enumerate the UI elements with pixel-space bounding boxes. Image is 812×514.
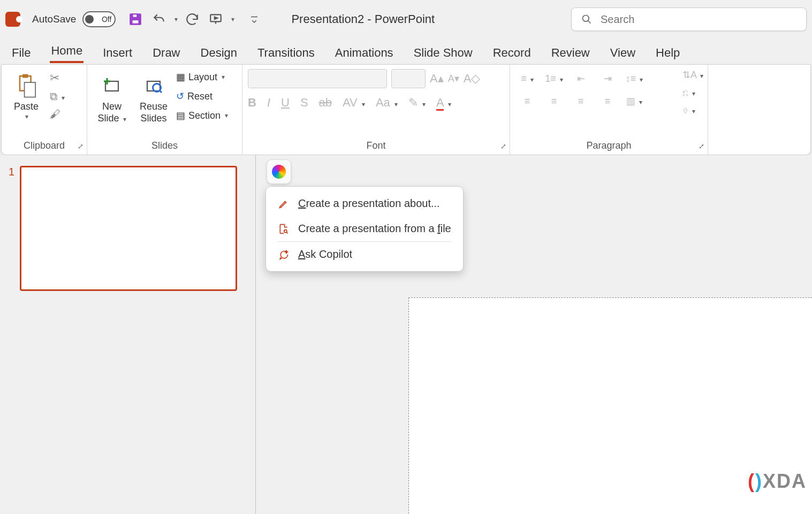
decrease-indent-icon[interactable]: ⇤: [577, 73, 585, 85]
undo-icon[interactable]: [150, 10, 168, 28]
paragraph-group-label: Paragraph: [510, 140, 708, 151]
customize-qat-icon[interactable]: [245, 10, 263, 28]
present-from-start-icon[interactable]: [207, 10, 225, 28]
font-size-combo[interactable]: [391, 69, 426, 88]
ribbon-tabs: File Home Insert Draw Design Transitions…: [0, 39, 812, 64]
justify-icon[interactable]: ≡: [605, 96, 611, 107]
group-font: A▴ A▾ A◇ B I U S ab AV ▾ Aa ▾ ✎ ▾ A ▾ Fo…: [242, 65, 510, 155]
reuse-label-2: Slides: [140, 113, 166, 124]
text-direction-icon[interactable]: ⇅A ▾: [682, 69, 703, 81]
slide-thumb-1[interactable]: 1: [9, 166, 247, 291]
save-icon[interactable]: [126, 10, 145, 28]
align-center-icon[interactable]: ≡: [551, 96, 557, 107]
decrease-font-icon[interactable]: A▾: [448, 73, 459, 85]
menu-create-from-file[interactable]: Create a presentation from a file: [266, 216, 463, 241]
increase-indent-icon[interactable]: ⇥: [604, 73, 612, 85]
document-title: Presentation2 - PowerPoint: [291, 12, 435, 26]
line-spacing-icon[interactable]: ↕≡ ▾: [626, 73, 643, 85]
reset-button[interactable]: ↺ Reset: [176, 89, 228, 103]
ribbon: Paste ▾ ✂ ⧉ ▾ 🖌 Clipboard ⤢ NewSlide ▾: [1, 64, 811, 155]
present-dropdown-icon[interactable]: ▾: [231, 16, 234, 23]
tab-design[interactable]: Design: [200, 43, 238, 63]
new-slide-label-1: New: [102, 101, 122, 112]
highlight-icon[interactable]: ✎ ▾: [408, 96, 426, 110]
paste-dropdown-icon[interactable]: ▾: [25, 113, 28, 120]
reuse-label-1: Reuse: [140, 101, 168, 112]
clear-formatting-icon[interactable]: A◇: [464, 72, 481, 86]
tab-animations[interactable]: Animations: [334, 43, 394, 63]
cut-icon[interactable]: ✂: [50, 71, 65, 85]
shadow-icon[interactable]: S: [300, 96, 308, 110]
toggle-knob: [85, 15, 94, 24]
clipboard-group-label: Clipboard: [2, 140, 87, 151]
italic-icon[interactable]: I: [267, 96, 270, 110]
font-launcher-icon[interactable]: ⤢: [500, 142, 506, 150]
reuse-slides-button[interactable]: ReuseSlides: [134, 69, 173, 124]
paragraph-launcher-icon[interactable]: ⤢: [699, 142, 704, 150]
autosave-state: Off: [102, 15, 111, 24]
tab-transitions[interactable]: Transitions: [256, 43, 316, 63]
undo-dropdown-icon[interactable]: ▾: [174, 16, 178, 23]
tab-view[interactable]: View: [609, 43, 636, 63]
autosave-toggle[interactable]: Off: [82, 11, 116, 27]
tab-review[interactable]: Review: [550, 43, 591, 63]
menu-create-about-label: Create a presentation about...: [298, 197, 440, 210]
slide-editor-pane[interactable]: Create a presentation about... Create a …: [256, 155, 812, 514]
new-slide-button[interactable]: NewSlide ▾: [93, 69, 131, 124]
file-search-icon: [278, 224, 290, 234]
columns-icon[interactable]: ▥ ▾: [626, 95, 642, 107]
search-input[interactable]: [601, 13, 796, 26]
search-box[interactable]: [571, 7, 807, 31]
tab-record[interactable]: Record: [492, 43, 532, 63]
copy-icon[interactable]: ⧉ ▾: [50, 90, 65, 103]
copilot-button[interactable]: [267, 159, 291, 184]
svg-rect-7: [22, 74, 28, 78]
smartart-icon[interactable]: ⎀ ▾: [682, 105, 703, 116]
group-drawing: [708, 65, 810, 155]
tab-draw[interactable]: Draw: [151, 43, 181, 63]
format-painter-icon[interactable]: 🖌: [50, 108, 65, 120]
new-slide-icon: [102, 71, 122, 101]
bullets-icon[interactable]: ≡ ▾: [521, 73, 534, 85]
redo-icon[interactable]: [183, 10, 201, 28]
svg-rect-2: [132, 20, 139, 24]
reuse-slides-icon: [144, 71, 163, 101]
thumbnail-pane[interactable]: 1: [0, 155, 256, 514]
tab-slideshow[interactable]: Slide Show: [413, 43, 474, 63]
layout-button[interactable]: ▦ Layout ▾: [176, 70, 228, 84]
numbering-icon[interactable]: 1≡ ▾: [545, 73, 563, 85]
clipboard-icon: [15, 71, 37, 101]
align-left-icon[interactable]: ≡: [525, 96, 530, 107]
title-bar: AutoSave Off ▾ ▾ Presentation2 - PowerPo…: [0, 0, 812, 39]
tab-home[interactable]: Home: [50, 41, 84, 63]
change-case-icon[interactable]: Aa ▾: [376, 96, 398, 110]
font-group-label: Font: [242, 140, 510, 151]
tab-file[interactable]: File: [11, 43, 32, 63]
section-button[interactable]: ▤ Section ▾: [176, 109, 228, 122]
font-name-combo[interactable]: [248, 69, 387, 88]
underline-icon[interactable]: U: [281, 96, 290, 110]
group-paragraph: ≡ ▾ 1≡ ▾ ⇤ ⇥ ↕≡ ▾ ≡ ≡ ≡ ≡ ▥ ▾ ⇅A ▾ ⎌ ▾ ⎀…: [510, 65, 708, 155]
svg-point-5: [583, 15, 589, 21]
bold-icon[interactable]: B: [248, 96, 256, 110]
align-right-icon[interactable]: ≡: [578, 96, 584, 107]
powerpoint-app-icon[interactable]: [5, 12, 20, 27]
menu-ask-copilot[interactable]: Ask Copilot: [266, 242, 463, 267]
char-spacing-icon[interactable]: AV ▾: [343, 96, 365, 110]
menu-ask-copilot-label: Ask Copilot: [298, 248, 352, 260]
tab-insert[interactable]: Insert: [102, 43, 133, 63]
layout-label: Layout: [188, 72, 217, 83]
xda-watermark: ()XDA: [748, 470, 807, 493]
clipboard-launcher-icon[interactable]: ⤢: [78, 142, 84, 150]
font-color-icon[interactable]: A ▾: [436, 96, 451, 110]
paste-button[interactable]: Paste ▾: [7, 69, 45, 120]
align-text-icon[interactable]: ⎌ ▾: [682, 87, 703, 98]
group-slides: NewSlide ▾ ReuseSlides ▦ Layout ▾ ↺ Rese…: [87, 65, 242, 155]
increase-font-icon[interactable]: A▴: [430, 72, 444, 86]
tab-help[interactable]: Help: [655, 43, 681, 63]
strikethrough-icon[interactable]: ab: [319, 96, 332, 110]
section-icon: ▤: [176, 110, 185, 121]
thumb-preview[interactable]: [20, 166, 237, 291]
menu-create-about[interactable]: Create a presentation about...: [266, 191, 463, 216]
copilot-menu: Create a presentation about... Create a …: [265, 186, 464, 272]
